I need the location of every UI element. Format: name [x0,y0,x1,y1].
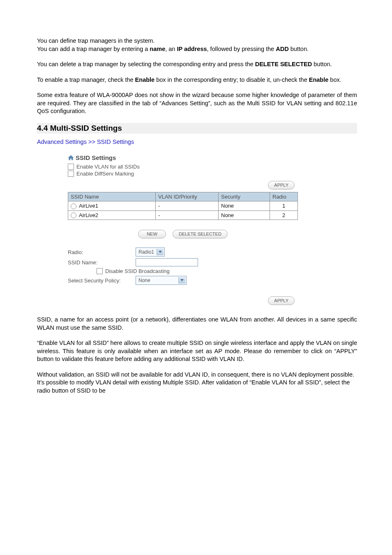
col-vlan: VLAN ID/Priority [156,192,219,201]
para-trap-define: You can define trap managers in the syst… [37,37,154,44]
radio-select-value: Radio1 [137,249,157,255]
new-button[interactable]: NEW [138,230,166,238]
para-ssid-explain: SSID, a name for an access point (or a n… [37,316,357,332]
enable-vlan-checkbox[interactable] [68,164,74,170]
row-radio-select[interactable] [71,213,76,218]
apply-button-2[interactable]: APPLY [268,296,295,305]
term-name: name [150,46,165,52]
para-delete-pre: You can delete a trap manager by selecti… [37,61,255,67]
cell-ssid-name: AirLive1 [79,203,98,209]
row-radio-select[interactable] [71,204,76,209]
radio-label: Radio: [68,249,136,255]
security-policy-value: None [137,278,153,283]
home-icon [68,155,74,160]
para-extra-features: Some extra feature of WLA-9000AP does no… [37,91,357,116]
cell-radio: 2 [270,210,298,220]
term-enable-2: Enable [309,76,329,83]
apply-button[interactable]: APPLY [268,181,295,190]
col-security: Security [219,192,270,201]
para-validation-explain: Without validation, an SSID will not be … [37,371,357,395]
section-heading-multi-ssid: 4.4 Multi-SSID Settings [37,123,357,134]
term-enable: Enable [135,76,155,83]
para-add-post: button. [289,46,309,52]
cell-vlan: - [156,201,219,210]
security-policy-label: Select Security Policy: [68,278,136,284]
cell-ssid-name: AirLive2 [79,212,98,218]
table-row: AirLive1 - None 1 [68,201,298,210]
chevron-down-icon [178,277,185,284]
cell-radio: 1 [270,201,298,210]
cell-security: None [219,210,270,220]
term-ip-address: IP address [177,46,207,52]
para-enable-post: box. [328,76,341,83]
para-enable-pre: To enable a trap manager, check the [37,76,135,83]
panel-title-text: SSID Settings [76,154,116,161]
security-policy-select[interactable]: None [136,276,187,285]
enable-diffserv-label: Enable DiffServ Marking [76,171,134,177]
radio-select[interactable]: Radio1 [136,247,165,257]
disable-broadcast-checkbox[interactable] [97,268,103,274]
para-enable-mid: box in the corresponding entry; to disab… [154,76,309,83]
para-delete-post: button. [312,61,332,67]
enable-diffserv-checkbox[interactable] [68,171,74,177]
ssid-name-input[interactable] [136,258,198,266]
term-add: ADD [276,46,288,52]
delete-selected-button[interactable]: DELETE SELECTED [173,230,228,238]
chevron-down-icon [157,249,164,255]
disable-broadcast-label: Disable SSID Broadcasting [105,268,170,274]
para-enable-vlan-explain: “Enable VLAN for all SSID” here allows t… [37,339,357,363]
ssid-name-label: SSID Name: [68,259,136,266]
cell-vlan: - [156,210,219,220]
col-ssid-name: SSID Name [68,192,156,201]
cell-security: None [219,201,270,210]
term-delete-selected: DELETE SELECTED [255,61,312,67]
para-add-mid2: , followed by pressing the [207,46,276,52]
ssid-table: SSID Name VLAN ID/Priority Security Radi… [68,192,298,220]
enable-vlan-label: Enable VLAN for all SSIDs [76,164,140,170]
para-add-mid1: , an [165,46,177,52]
para-add-pre: You can add a trap manager by entering a [37,46,150,52]
col-radio: Radio [270,192,298,201]
table-row: AirLive2 - None 2 [68,210,298,220]
ssid-settings-panel: SSID Settings Enable VLAN for all SSIDs … [68,154,298,305]
breadcrumb: Advanced Settings >> SSID Settings [37,139,357,145]
